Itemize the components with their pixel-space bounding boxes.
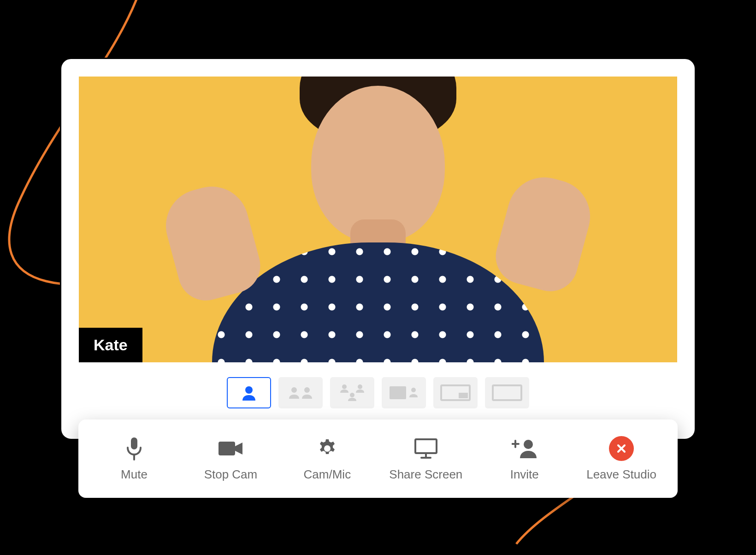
svg-point-2: [304, 387, 310, 393]
three-people-icon: [338, 384, 366, 402]
control-toolbar: Mute Stop Cam Cam/Mic Share Scre: [78, 419, 678, 498]
microphone-icon: [125, 436, 143, 461]
layout-feature[interactable]: [382, 377, 426, 408]
stop-cam-button[interactable]: Stop Cam: [196, 436, 265, 482]
layout-two-up[interactable]: [278, 377, 323, 408]
screen-layout-icon: [491, 384, 523, 402]
close-icon: [609, 436, 634, 461]
svg-point-3: [342, 384, 347, 389]
mute-label: Mute: [121, 467, 148, 482]
feature-layout-icon: [388, 384, 420, 402]
participant-video-placeholder: [198, 77, 558, 362]
cam-mic-label: Cam/Mic: [304, 467, 351, 482]
monitor-icon: [414, 436, 438, 461]
svg-point-0: [245, 386, 253, 394]
leave-studio-label: Leave Studio: [586, 467, 656, 482]
svg-rect-10: [493, 385, 521, 400]
video-feed: Kate: [79, 77, 677, 362]
stop-cam-label: Stop Cam: [204, 467, 258, 482]
mute-button[interactable]: Mute: [100, 436, 169, 482]
svg-point-18: [524, 440, 533, 449]
participant-name: Kate: [94, 336, 128, 354]
layout-grid-3[interactable]: [330, 377, 374, 408]
studio-window: Kate: [60, 58, 696, 440]
svg-rect-11: [131, 437, 137, 449]
camera-icon: [218, 436, 243, 461]
share-screen-label: Share Screen: [389, 467, 462, 482]
svg-rect-9: [459, 393, 468, 398]
layout-single[interactable]: [227, 377, 271, 408]
invite-label: Invite: [510, 467, 539, 482]
svg-point-4: [358, 384, 362, 389]
participant-name-tag: Kate: [79, 328, 142, 362]
invite-button[interactable]: Invite: [490, 436, 559, 482]
gear-icon: [316, 436, 338, 461]
layout-screen[interactable]: [485, 377, 529, 408]
svg-point-14: [324, 445, 331, 452]
cam-mic-button[interactable]: Cam/Mic: [293, 436, 362, 482]
share-screen-button[interactable]: Share Screen: [389, 436, 462, 482]
svg-point-1: [291, 387, 297, 393]
svg-rect-6: [390, 386, 406, 399]
pip-layout-icon: [439, 384, 472, 402]
svg-point-7: [411, 388, 416, 392]
add-person-icon: [512, 436, 537, 461]
svg-rect-15: [415, 439, 437, 453]
two-people-icon: [287, 386, 314, 400]
leave-studio-button[interactable]: Leave Studio: [586, 436, 656, 482]
layout-selector: [227, 377, 529, 408]
svg-point-5: [350, 393, 354, 397]
svg-rect-13: [219, 442, 235, 455]
layout-pip[interactable]: [433, 377, 478, 408]
person-icon: [240, 385, 258, 401]
